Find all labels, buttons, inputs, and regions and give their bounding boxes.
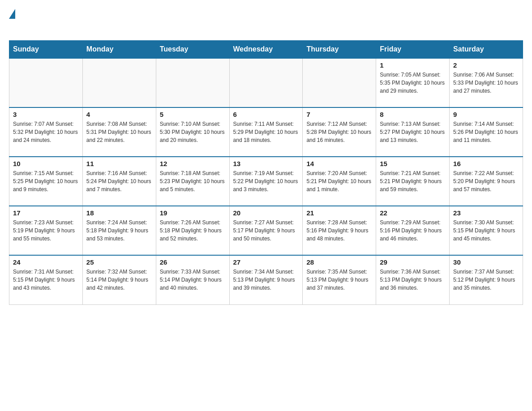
day-info: Sunrise: 7:32 AM Sunset: 5:14 PM Dayligh… — [86, 268, 152, 292]
day-info: Sunrise: 7:29 AM Sunset: 5:16 PM Dayligh… — [380, 218, 446, 243]
day-info: Sunrise: 7:10 AM Sunset: 5:30 PM Dayligh… — [160, 120, 226, 144]
calendar-cell: 9Sunrise: 7:14 AM Sunset: 5:26 PM Daylig… — [450, 107, 523, 157]
day-number: 1 — [380, 61, 446, 69]
calendar-cell: 18Sunrise: 7:24 AM Sunset: 5:18 PM Dayli… — [82, 206, 156, 255]
day-info: Sunrise: 7:37 AM Sunset: 5:12 PM Dayligh… — [453, 268, 519, 292]
day-number: 18 — [86, 209, 152, 217]
calendar-week-row-3: 10Sunrise: 7:15 AM Sunset: 5:25 PM Dayli… — [9, 157, 523, 206]
calendar-cell: 8Sunrise: 7:13 AM Sunset: 5:27 PM Daylig… — [376, 107, 450, 157]
day-number: 19 — [160, 209, 226, 217]
day-info: Sunrise: 7:06 AM Sunset: 5:33 PM Dayligh… — [453, 71, 519, 95]
calendar-header-row: Sunday Monday Tuesday Wednesday Thursday… — [9, 41, 523, 59]
calendar-cell: 3Sunrise: 7:07 AM Sunset: 5:32 PM Daylig… — [9, 107, 83, 157]
day-info: Sunrise: 7:11 AM Sunset: 5:29 PM Dayligh… — [233, 120, 299, 144]
header-sunday: Sunday — [9, 41, 83, 59]
day-number: 22 — [380, 209, 446, 217]
header-tuesday: Tuesday — [156, 41, 229, 59]
day-number: 2 — [453, 61, 519, 69]
day-number: 14 — [306, 160, 372, 167]
day-number: 12 — [160, 160, 226, 167]
day-info: Sunrise: 7:15 AM Sunset: 5:25 PM Dayligh… — [13, 169, 79, 193]
day-info: Sunrise: 7:08 AM Sunset: 5:31 PM Dayligh… — [86, 120, 152, 144]
calendar-week-row-4: 17Sunrise: 7:23 AM Sunset: 5:19 PM Dayli… — [9, 206, 523, 255]
day-info: Sunrise: 7:07 AM Sunset: 5:32 PM Dayligh… — [13, 120, 79, 144]
calendar-cell: 28Sunrise: 7:35 AM Sunset: 5:13 PM Dayli… — [303, 255, 376, 304]
header-saturday: Saturday — [450, 41, 523, 59]
calendar-cell — [9, 58, 83, 107]
header-monday: Monday — [82, 41, 156, 59]
header-friday: Friday — [376, 41, 450, 59]
day-number: 15 — [380, 160, 446, 167]
day-number: 26 — [160, 258, 226, 266]
day-number: 10 — [13, 160, 79, 167]
calendar-cell: 14Sunrise: 7:20 AM Sunset: 5:21 PM Dayli… — [303, 157, 376, 206]
day-info: Sunrise: 7:33 AM Sunset: 5:14 PM Dayligh… — [160, 268, 226, 292]
calendar-cell — [82, 58, 156, 107]
calendar-cell: 17Sunrise: 7:23 AM Sunset: 5:19 PM Dayli… — [9, 206, 83, 255]
logo: Genera — [9, 9, 52, 31]
day-info: Sunrise: 7:20 AM Sunset: 5:21 PM Dayligh… — [306, 169, 372, 193]
calendar-week-row-1: 1Sunrise: 7:05 AM Sunset: 5:35 PM Daylig… — [9, 58, 523, 107]
day-number: 8 — [380, 111, 446, 118]
calendar-cell: 22Sunrise: 7:29 AM Sunset: 5:16 PM Dayli… — [376, 206, 450, 255]
calendar-cell: 11Sunrise: 7:16 AM Sunset: 5:24 PM Dayli… — [82, 157, 156, 206]
calendar-week-row-2: 3Sunrise: 7:07 AM Sunset: 5:32 PM Daylig… — [9, 107, 523, 157]
day-info: Sunrise: 7:12 AM Sunset: 5:28 PM Dayligh… — [306, 120, 372, 144]
day-number: 28 — [306, 258, 372, 266]
calendar-cell: 27Sunrise: 7:34 AM Sunset: 5:13 PM Dayli… — [229, 255, 303, 304]
logo-triangle-icon — [9, 9, 15, 19]
calendar-cell: 7Sunrise: 7:12 AM Sunset: 5:28 PM Daylig… — [303, 107, 376, 157]
calendar-cell — [303, 58, 376, 107]
calendar-cell — [229, 58, 303, 107]
calendar-cell: 2Sunrise: 7:06 AM Sunset: 5:33 PM Daylig… — [450, 58, 523, 107]
day-info: Sunrise: 7:19 AM Sunset: 5:22 PM Dayligh… — [233, 169, 299, 193]
day-number: 13 — [233, 160, 299, 167]
calendar-cell: 21Sunrise: 7:28 AM Sunset: 5:16 PM Dayli… — [303, 206, 376, 255]
header-thursday: Thursday — [303, 41, 376, 59]
day-info: Sunrise: 7:18 AM Sunset: 5:23 PM Dayligh… — [160, 169, 226, 193]
calendar-cell: 20Sunrise: 7:27 AM Sunset: 5:17 PM Dayli… — [229, 206, 303, 255]
day-number: 17 — [13, 209, 79, 217]
day-info: Sunrise: 7:14 AM Sunset: 5:26 PM Dayligh… — [453, 120, 519, 144]
calendar-cell: 13Sunrise: 7:19 AM Sunset: 5:22 PM Dayli… — [229, 157, 303, 206]
day-number: 29 — [380, 258, 446, 266]
day-info: Sunrise: 7:13 AM Sunset: 5:27 PM Dayligh… — [380, 120, 446, 144]
day-number: 27 — [233, 258, 299, 266]
calendar-cell: 1Sunrise: 7:05 AM Sunset: 5:35 PM Daylig… — [376, 58, 450, 107]
day-number: 4 — [86, 111, 152, 118]
day-number: 25 — [86, 258, 152, 266]
day-info: Sunrise: 7:22 AM Sunset: 5:20 PM Dayligh… — [453, 169, 519, 193]
calendar-cell: 12Sunrise: 7:18 AM Sunset: 5:23 PM Dayli… — [156, 157, 229, 206]
day-number: 16 — [453, 160, 519, 167]
calendar-cell: 25Sunrise: 7:32 AM Sunset: 5:14 PM Dayli… — [82, 255, 156, 304]
calendar-cell: 16Sunrise: 7:22 AM Sunset: 5:20 PM Dayli… — [450, 157, 523, 206]
day-info: Sunrise: 7:34 AM Sunset: 5:13 PM Dayligh… — [233, 268, 299, 292]
day-number: 30 — [453, 258, 519, 266]
calendar-week-row-5: 24Sunrise: 7:31 AM Sunset: 5:15 PM Dayli… — [9, 255, 523, 304]
calendar-cell: 10Sunrise: 7:15 AM Sunset: 5:25 PM Dayli… — [9, 157, 83, 206]
day-info: Sunrise: 7:30 AM Sunset: 5:15 PM Dayligh… — [453, 218, 519, 243]
day-number: 6 — [233, 111, 299, 118]
day-info: Sunrise: 7:05 AM Sunset: 5:35 PM Dayligh… — [380, 71, 446, 95]
day-info: Sunrise: 7:24 AM Sunset: 5:18 PM Dayligh… — [86, 218, 152, 243]
calendar-cell: 26Sunrise: 7:33 AM Sunset: 5:14 PM Dayli… — [156, 255, 229, 304]
day-info: Sunrise: 7:16 AM Sunset: 5:24 PM Dayligh… — [86, 169, 152, 193]
day-info: Sunrise: 7:21 AM Sunset: 5:21 PM Dayligh… — [380, 169, 446, 193]
day-number: 7 — [306, 111, 372, 118]
calendar-cell: 6Sunrise: 7:11 AM Sunset: 5:29 PM Daylig… — [229, 107, 303, 157]
day-info: Sunrise: 7:26 AM Sunset: 5:18 PM Dayligh… — [160, 218, 226, 243]
calendar-cell: 4Sunrise: 7:08 AM Sunset: 5:31 PM Daylig… — [82, 107, 156, 157]
calendar-cell: 29Sunrise: 7:36 AM Sunset: 5:13 PM Dayli… — [376, 255, 450, 304]
day-info: Sunrise: 7:35 AM Sunset: 5:13 PM Dayligh… — [306, 268, 372, 292]
day-number: 24 — [13, 258, 79, 266]
calendar-cell — [156, 58, 229, 107]
day-number: 5 — [160, 111, 226, 118]
day-info: Sunrise: 7:31 AM Sunset: 5:15 PM Dayligh… — [13, 268, 79, 292]
day-info: Sunrise: 7:23 AM Sunset: 5:19 PM Dayligh… — [13, 218, 79, 243]
page-header: Genera — [9, 9, 523, 31]
calendar-cell: 19Sunrise: 7:26 AM Sunset: 5:18 PM Dayli… — [156, 206, 229, 255]
day-number: 3 — [13, 111, 79, 118]
day-number: 11 — [86, 160, 152, 167]
day-info: Sunrise: 7:27 AM Sunset: 5:17 PM Dayligh… — [233, 218, 299, 243]
calendar-cell: 5Sunrise: 7:10 AM Sunset: 5:30 PM Daylig… — [156, 107, 229, 157]
